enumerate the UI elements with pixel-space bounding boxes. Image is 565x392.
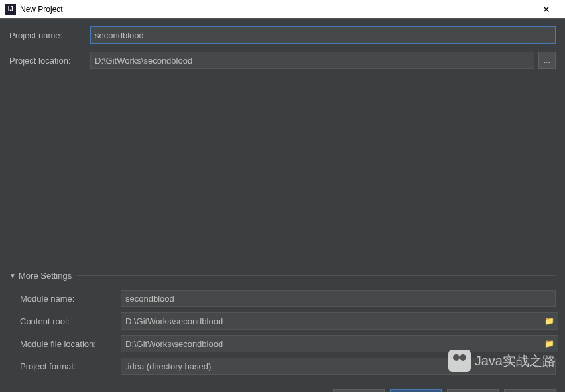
- finish-button[interactable]: FinishFinish: [390, 389, 442, 392]
- project-name-label: Project name:: [9, 31, 90, 40]
- project-location-label: Project location:: [9, 56, 90, 66]
- project-name-row: Project name:: [9, 27, 556, 44]
- previous-button[interactable]: PPreviousrevious: [333, 389, 385, 392]
- app-icon: IJ: [5, 4, 16, 15]
- module-name-label: Module name:: [20, 294, 121, 304]
- button-bar: PPreviousrevious FinishFinish Cancel Hel…: [0, 380, 565, 392]
- browse-button[interactable]: ...: [538, 52, 556, 69]
- more-settings-body: Module name: Content root: 📁 Module file…: [9, 283, 556, 375]
- project-name-input[interactable]: [90, 27, 556, 44]
- module-file-location-label: Module file location:: [20, 339, 121, 349]
- project-location-row: Project location: ...: [9, 52, 556, 69]
- content-root-input[interactable]: [121, 312, 558, 330]
- project-format-select[interactable]: [121, 358, 556, 375]
- content-root-row: Content root: 📁: [20, 312, 556, 330]
- help-button[interactable]: Help: [504, 389, 556, 392]
- module-file-location-row: Module file location: 📁: [20, 335, 556, 352]
- main-content: Project name: Project location: ...: [0, 19, 565, 264]
- module-name-input[interactable]: [121, 290, 556, 307]
- folder-icon[interactable]: 📁: [542, 316, 556, 326]
- more-settings-label: More Settings: [19, 271, 72, 281]
- close-icon[interactable]: ✕: [533, 4, 560, 15]
- project-location-input[interactable]: [90, 52, 534, 69]
- cancel-button[interactable]: Cancel: [447, 389, 499, 392]
- project-format-row: Project format: ▼: [20, 358, 556, 375]
- window-title: New Project: [20, 5, 533, 14]
- folder-icon[interactable]: 📁: [542, 339, 556, 348]
- module-file-location-input[interactable]: [121, 335, 558, 352]
- module-name-row: Module name:: [20, 290, 556, 307]
- separator: [77, 275, 556, 276]
- more-settings-toggle[interactable]: ▼ More Settings: [9, 271, 556, 281]
- chevron-down-icon: ▼: [9, 272, 19, 279]
- project-format-label: Project format:: [20, 361, 121, 371]
- titlebar: IJ New Project ✕: [0, 0, 565, 19]
- more-settings-section: ▼ More Settings Module name: Content roo…: [0, 271, 565, 375]
- content-root-label: Content root:: [20, 316, 121, 326]
